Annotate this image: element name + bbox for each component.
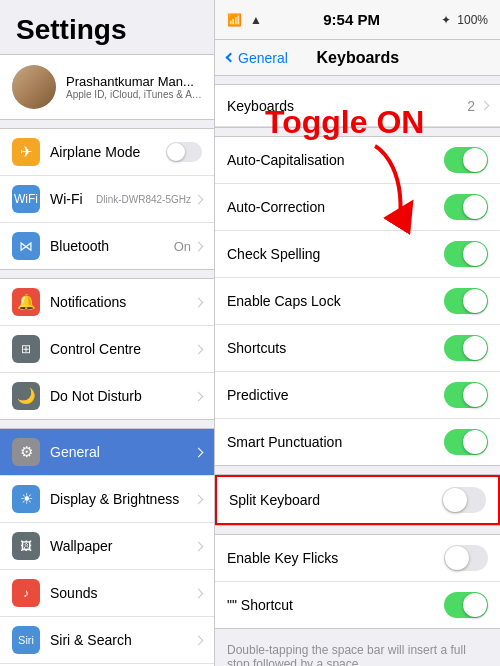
profile-text: Prashantkumar Man... Apple ID, iCloud, i… bbox=[66, 74, 202, 100]
keyboards-value: 2 bbox=[467, 98, 475, 114]
keyboards-row[interactable]: Keyboards 2 bbox=[215, 85, 500, 127]
row-shortcuts[interactable]: Shortcuts bbox=[215, 325, 500, 372]
back-button[interactable]: General bbox=[227, 50, 288, 66]
row-smart-punct[interactable]: Smart Punctuation bbox=[215, 419, 500, 465]
auto-cap-label: Auto-Capitalisation bbox=[227, 152, 444, 168]
row-auto-correct[interactable]: Auto-Correction bbox=[215, 184, 500, 231]
sidebar-item-donotdisturb[interactable]: 🌙 Do Not Disturb bbox=[0, 373, 214, 419]
general-label: General bbox=[50, 444, 195, 460]
shortcut-toggle[interactable] bbox=[444, 592, 488, 618]
wifi-label: Wi-Fi bbox=[50, 191, 96, 207]
keyboards-label: Keyboards bbox=[227, 98, 467, 114]
battery-status: 100% bbox=[457, 13, 488, 27]
row-enable-caps[interactable]: Enable Caps Lock bbox=[215, 278, 500, 325]
shortcuts-label: Shortcuts bbox=[227, 340, 444, 356]
profile-name: Prashantkumar Man... bbox=[66, 74, 202, 89]
sidebar: Settings Prashantkumar Man... Apple ID, … bbox=[0, 0, 215, 666]
sidebar-item-notifications[interactable]: 🔔 Notifications bbox=[0, 279, 214, 326]
notifications-label: Notifications bbox=[50, 294, 195, 310]
auto-correct-toggle[interactable] bbox=[444, 194, 488, 220]
sidebar-group-connectivity: ✈ Airplane Mode WiFi Wi-Fi Dlink-DWR842-… bbox=[0, 128, 214, 270]
check-spelling-toggle[interactable] bbox=[444, 241, 488, 267]
content-area: 📶 ▲ 9:54 PM ✦ 100% General Keyboards Tog… bbox=[215, 0, 500, 666]
sounds-label: Sounds bbox=[50, 585, 195, 601]
scroll-area[interactable]: Toggle ON Keyboards 2 bbox=[215, 76, 500, 666]
predictive-toggle[interactable] bbox=[444, 382, 488, 408]
predictive-label: Predictive bbox=[227, 387, 444, 403]
wallpaper-label: Wallpaper bbox=[50, 538, 195, 554]
airplane-toggle[interactable] bbox=[166, 142, 202, 162]
wifi-icon: WiFi bbox=[12, 185, 40, 213]
shortcut-label: "" Shortcut bbox=[227, 597, 444, 613]
toggle-section-1: Auto-Capitalisation Auto-Correction Chec… bbox=[215, 136, 500, 466]
split-keyboard-label: Split Keyboard bbox=[229, 492, 442, 508]
bluetooth-label: Bluetooth bbox=[50, 238, 174, 254]
siri-label: Siri & Search bbox=[50, 632, 195, 648]
donotdisturb-icon: 🌙 bbox=[12, 382, 40, 410]
enable-caps-toggle[interactable] bbox=[444, 288, 488, 314]
wifi-value: Dlink-DWR842-5GHz bbox=[96, 194, 191, 205]
airplane-icon: ✈ bbox=[12, 138, 40, 166]
sidebar-item-bluetooth[interactable]: ⋈ Bluetooth On bbox=[0, 223, 214, 269]
sidebar-item-wallpaper[interactable]: 🖼 Wallpaper bbox=[0, 523, 214, 570]
notifications-chevron bbox=[194, 297, 204, 307]
check-spelling-label: Check Spelling bbox=[227, 246, 444, 262]
enable-caps-label: Enable Caps Lock bbox=[227, 293, 444, 309]
enable-key-flicks-label: Enable Key Flicks bbox=[227, 550, 444, 566]
keyboards-chevron bbox=[480, 101, 490, 111]
keyboards-section: Keyboards 2 bbox=[215, 84, 500, 128]
smart-punct-label: Smart Punctuation bbox=[227, 434, 444, 450]
shortcuts-toggle[interactable] bbox=[444, 335, 488, 361]
sidebar-item-controlcentre[interactable]: ⊞ Control Centre bbox=[0, 326, 214, 373]
siri-chevron bbox=[194, 635, 204, 645]
back-chevron-icon bbox=[226, 53, 236, 63]
enable-key-flicks-toggle[interactable] bbox=[444, 545, 488, 571]
display-chevron bbox=[194, 494, 204, 504]
more-toggle-section: Enable Key Flicks "" Shortcut bbox=[215, 534, 500, 629]
auto-cap-toggle[interactable] bbox=[444, 147, 488, 173]
sidebar-group-system: 🔔 Notifications ⊞ Control Centre 🌙 Do No… bbox=[0, 278, 214, 420]
notifications-icon: 🔔 bbox=[12, 288, 40, 316]
general-chevron bbox=[194, 447, 204, 457]
status-left: 📶 ▲ bbox=[227, 13, 262, 27]
profile-section[interactable]: Prashantkumar Man... Apple ID, iCloud, i… bbox=[0, 54, 214, 120]
bluetooth-status-icon: ✦ bbox=[441, 13, 451, 27]
sidebar-item-general[interactable]: ⚙ General bbox=[0, 429, 214, 476]
sidebar-item-sounds[interactable]: ♪ Sounds bbox=[0, 570, 214, 617]
siri-icon: Siri bbox=[12, 626, 40, 654]
wifi-chevron bbox=[194, 194, 204, 204]
bluetooth-icon: ⋈ bbox=[12, 232, 40, 260]
nav-bar: General Keyboards bbox=[215, 40, 500, 76]
smart-punct-toggle[interactable] bbox=[444, 429, 488, 455]
sounds-icon: ♪ bbox=[12, 579, 40, 607]
auto-correct-label: Auto-Correction bbox=[227, 199, 444, 215]
back-label: General bbox=[238, 50, 288, 66]
bluetooth-value: On bbox=[174, 239, 191, 254]
sidebar-item-wifi[interactable]: WiFi Wi-Fi Dlink-DWR842-5GHz bbox=[0, 176, 214, 223]
row-enable-key-flicks[interactable]: Enable Key Flicks bbox=[215, 535, 500, 582]
nav-title: Keyboards bbox=[288, 49, 428, 67]
controlcentre-icon: ⊞ bbox=[12, 335, 40, 363]
wallpaper-icon: 🖼 bbox=[12, 532, 40, 560]
general-icon: ⚙ bbox=[12, 438, 40, 466]
avatar bbox=[12, 65, 56, 109]
controlcentre-chevron bbox=[194, 344, 204, 354]
status-bar: 📶 ▲ 9:54 PM ✦ 100% bbox=[215, 0, 500, 40]
settings-title: Settings bbox=[0, 0, 214, 54]
sidebar-item-siri[interactable]: Siri Siri & Search bbox=[0, 617, 214, 664]
donotdisturb-label: Do Not Disturb bbox=[50, 388, 195, 404]
row-auto-cap[interactable]: Auto-Capitalisation bbox=[215, 137, 500, 184]
split-keyboard-row[interactable]: Split Keyboard bbox=[215, 475, 500, 525]
wallpaper-chevron bbox=[194, 541, 204, 551]
split-keyboard-toggle[interactable] bbox=[442, 487, 486, 513]
wifi-status-icon: 📶 bbox=[227, 13, 242, 27]
row-check-spelling[interactable]: Check Spelling bbox=[215, 231, 500, 278]
sidebar-item-airplane[interactable]: ✈ Airplane Mode bbox=[0, 129, 214, 176]
status-right: ✦ 100% bbox=[441, 13, 488, 27]
row-predictive[interactable]: Predictive bbox=[215, 372, 500, 419]
sidebar-group-prefs: ⚙ General ☀ Display & Brightness 🖼 Wallp… bbox=[0, 428, 214, 666]
sidebar-item-display[interactable]: ☀ Display & Brightness bbox=[0, 476, 214, 523]
row-shortcut[interactable]: "" Shortcut bbox=[215, 582, 500, 628]
sounds-chevron bbox=[194, 588, 204, 598]
airplane-label: Airplane Mode bbox=[50, 144, 162, 160]
